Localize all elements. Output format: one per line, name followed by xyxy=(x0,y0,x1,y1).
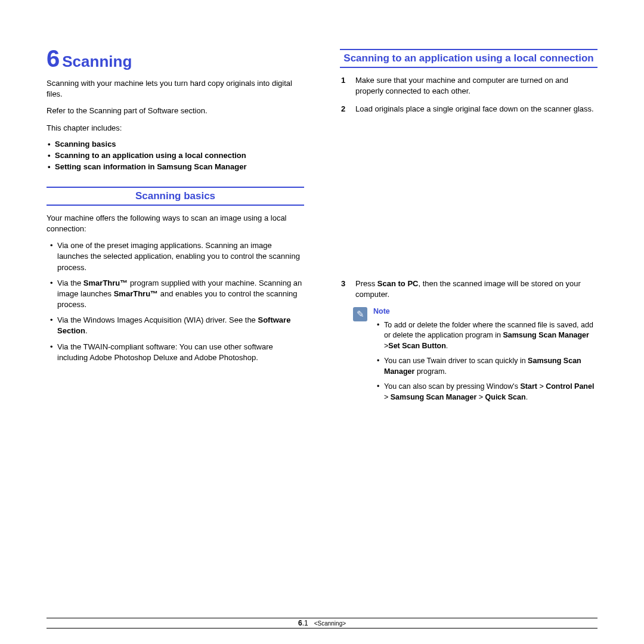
note-title: Note xyxy=(373,307,597,315)
intro-paragraph: This chapter includes: xyxy=(47,123,304,134)
intro-paragraph: Refer to the Scanning part of Software s… xyxy=(47,106,304,116)
chapter-number: 6 xyxy=(47,45,60,72)
illustration-placeholder xyxy=(340,122,597,271)
steps-list-cont: Press Scan to PC, then the scanned image… xyxy=(340,278,597,300)
step-item: Make sure that your machine and computer… xyxy=(340,75,597,97)
topic-item: Setting scan information in Samsung Scan… xyxy=(47,162,304,171)
chapter-word: Scanning xyxy=(62,52,132,70)
left-column: 6Scanning Scanning with your machine let… xyxy=(47,45,304,407)
topic-item: Scanning basics xyxy=(47,140,304,148)
chapter-topics-list: Scanning basics Scanning to an applicati… xyxy=(47,140,304,171)
list-item: To add or delete the folder where the sc… xyxy=(377,320,597,352)
section-heading-scanning-basics: Scanning basics xyxy=(47,187,304,206)
step-item: Load originals place a single original f… xyxy=(340,104,597,114)
step-item: Press Scan to PC, then the scanned image… xyxy=(340,278,597,300)
list-item: Via the TWAIN-compliant software: You ca… xyxy=(50,342,304,363)
page-footer: 6.1 <Scanning> xyxy=(47,618,597,628)
list-item: Via the Windows Images Acquisition (WIA)… xyxy=(50,315,304,336)
section1-bullets: Via one of the preset imaging applicatio… xyxy=(50,240,304,363)
note-icon: ✎ xyxy=(353,307,367,321)
note-block: ✎ Note To add or delete the folder where… xyxy=(355,307,597,403)
topic-item: Scanning to an application using a local… xyxy=(47,151,304,160)
section1-intro: Your machine offers the following ways t… xyxy=(47,213,304,234)
list-item: You can use Twain driver to scan quickly… xyxy=(377,356,597,377)
list-item: Via one of the preset imaging applicatio… xyxy=(50,240,304,273)
intro-paragraph: Scanning with your machine lets you turn… xyxy=(47,78,304,100)
list-item: You can also scan by pressing Window's S… xyxy=(377,382,597,402)
page-number-minor: .1 xyxy=(302,619,308,627)
page-number-major: 6 xyxy=(298,619,302,627)
right-column: Scanning to an application using a local… xyxy=(340,45,597,407)
section-heading-scan-to-app: Scanning to an application using a local… xyxy=(340,49,597,68)
chapter-title: 6Scanning xyxy=(47,45,304,72)
footer-crumb: <Scanning> xyxy=(314,620,346,627)
steps-list: Make sure that your machine and computer… xyxy=(340,75,597,115)
note-bullets: To add or delete the folder where the sc… xyxy=(377,320,597,403)
list-item: Via the SmarThru™ program supplied with … xyxy=(50,278,304,311)
